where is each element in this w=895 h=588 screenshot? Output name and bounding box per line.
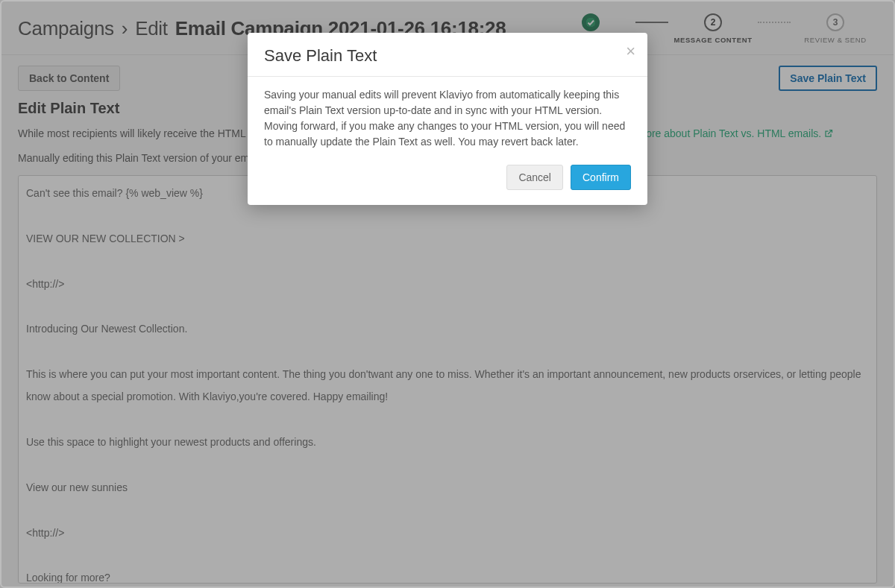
confirm-button[interactable]: Confirm	[571, 165, 631, 190]
close-icon[interactable]: ×	[626, 43, 635, 60]
modal-body: Saving your manual edits will prevent Kl…	[248, 77, 647, 154]
modal-header: Save Plain Text ×	[248, 33, 647, 77]
save-plain-text-modal: Save Plain Text × Saving your manual edi…	[248, 33, 647, 205]
modal-footer: Cancel Confirm	[248, 154, 647, 205]
cancel-button[interactable]: Cancel	[506, 165, 563, 190]
modal-title: Save Plain Text	[264, 46, 631, 66]
modal-overlay[interactable]: Save Plain Text × Saving your manual edi…	[0, 0, 895, 588]
